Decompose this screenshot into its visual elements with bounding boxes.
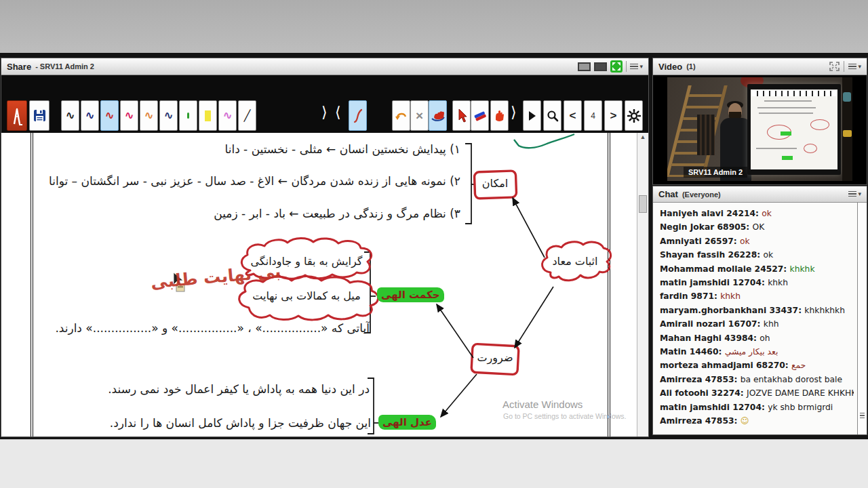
chat-text: بعد بيكار ميشي (725, 348, 778, 357)
video-frame[interactable]: SRV11 Admin 2 (653, 75, 867, 184)
diagram-connectors (437, 198, 553, 417)
chat-text: ☺ (741, 417, 749, 426)
pen-tool-button[interactable]: ∿ (120, 100, 138, 131)
collapse-right-icon[interactable]: ⟨ (335, 104, 341, 121)
pen-tool-button[interactable] (179, 100, 197, 131)
chat-text: khkhkhkh (804, 306, 845, 315)
chat-author: morteza ahmadjami 68270: (660, 361, 791, 370)
expand-icon[interactable]: ⟩ (511, 104, 517, 121)
screen-text-line (764, 100, 812, 102)
chat-author: matin jamshidi 12704: (660, 403, 768, 412)
scroll-up-icon[interactable]: ▲ (639, 134, 647, 142)
header-divider (844, 61, 844, 72)
save-icon (33, 109, 46, 122)
scrollbar-thumb[interactable] (639, 195, 647, 213)
pencil-tool-button[interactable] (7, 100, 27, 131)
desktop-background (0, 0, 868, 53)
share-pod-title: Share (7, 62, 31, 72)
stamp-tool-button[interactable] (429, 100, 447, 131)
whiteboard-scrollbar[interactable]: ▲ (637, 133, 648, 436)
chat-text: khkh (720, 292, 741, 301)
eraser-icon (473, 110, 488, 122)
chat-text: khkh (768, 279, 788, 287)
wb-ayat-line: آیاتی که «................» ، «.........… (55, 321, 370, 335)
activate-windows-subtext: Go to PC settings to activate Windows. (503, 412, 627, 420)
video-pod-title: Video (658, 62, 682, 72)
settings-button[interactable] (625, 100, 643, 131)
chat-message-list[interactable]: Haniyeh alavi 24214: ok Negin Jokar 6890… (653, 203, 856, 434)
share-monitor-icon[interactable] (594, 62, 607, 71)
chat-author: Mahan Haghi 43984: (660, 334, 760, 343)
chat-author: Mohammad mollaie 24527: (660, 265, 790, 274)
pointer-tool-button[interactable] (452, 100, 471, 131)
model-car (843, 130, 852, 137)
undo-button[interactable] (392, 100, 410, 131)
chevron-left-icon: < (570, 109, 576, 123)
raise-hand-button[interactable] (490, 100, 509, 131)
play-icon (529, 111, 536, 121)
pen-tool-button[interactable]: ∿ (81, 100, 99, 131)
zoom-button[interactable] (543, 100, 561, 131)
wb-box-emkan: امکان (476, 177, 514, 190)
pen-tool-button[interactable]: ∿ (159, 100, 178, 131)
pen-color-icon: ╱ (244, 109, 251, 122)
chat-author: Negin Jokar 68905: (660, 223, 753, 232)
next-page-button[interactable]: > (604, 100, 623, 131)
delete-button[interactable]: × (410, 100, 429, 131)
pen-tool-button[interactable]: ╱ (238, 100, 256, 131)
video-fullscreen-icon[interactable] (829, 62, 840, 71)
video-pod-menu[interactable]: ▾ (848, 64, 861, 70)
activate-windows-watermark: Activate Windows (502, 399, 583, 410)
chat-scrollbar[interactable] (857, 203, 867, 434)
scrollbar-grip-icon[interactable] (860, 413, 865, 419)
fullscreen-icon[interactable] (610, 60, 623, 73)
pointer-cursor-icon (456, 108, 468, 123)
whiteboard-canvas[interactable]: ۱) پیدایش نخستین انسان ← مثلی - نخستین -… (1, 133, 648, 436)
video-count: (1) (686, 62, 695, 70)
chat-text: ok (763, 251, 773, 260)
chat-author: fardin 9871: (660, 292, 720, 301)
chat-author: Amirreza 47853: (660, 417, 741, 426)
wb-line-3: ۳) نظام مرگ و زندگی در طبیعت ← باد - ابر… (214, 207, 460, 220)
chat-author: Matin 14460: (660, 348, 725, 357)
chat-text: yk shb brmigrdi (768, 403, 833, 412)
curve-tool-button[interactable] (349, 100, 367, 131)
webcam-video: SRV11 Admin 2 (667, 77, 852, 181)
pen-tool-button[interactable] (199, 100, 217, 131)
wb-cloud-2-text: میل به کمالات بی نهایت (245, 289, 368, 302)
chat-scope: (Everyone) (682, 190, 721, 199)
video-pod-header: Video (1) ▾ (653, 58, 867, 75)
chat-message: matin jamshidi 12704: yk shb brmigrdi (660, 403, 854, 412)
wb-highlight-hekmat: حکمت الهی (377, 287, 444, 302)
presentation-screen (747, 84, 841, 175)
pen-tool-button[interactable]: ∿ (61, 100, 79, 131)
whiteboard-toolbar: ∿∿∿∿∿∿∿╱ ⟩ ⟨ × (1, 75, 648, 133)
caret-down-icon: ▾ (858, 191, 861, 197)
pen-tool-button[interactable]: ∿ (140, 100, 158, 131)
eraser-tool-button[interactable] (471, 100, 489, 131)
chat-pod-header: Chat (Everyone) ▾ (653, 186, 867, 203)
chat-author: maryam.ghorbankhani 33437: (660, 306, 804, 315)
chat-message: Amirreza 47853: ☺ (660, 417, 854, 426)
play-button[interactable] (523, 100, 541, 131)
pen-tool-button[interactable]: ∿ (218, 100, 237, 131)
chat-body: Haniyeh alavi 24214: ok Negin Jokar 6890… (653, 203, 867, 434)
chat-text: khkhk (790, 265, 815, 274)
collapse-left-icon[interactable]: ⟩ (321, 104, 328, 121)
pen-tool-button[interactable]: ∿ (100, 100, 119, 131)
prev-page-button[interactable]: < (564, 100, 582, 131)
undo-icon (395, 110, 408, 121)
share-pod-menu[interactable]: ▾ (630, 64, 643, 70)
chat-message: maryam.ghorbankhani 33437: khkhkhkh (660, 306, 854, 315)
pen-color-icon (205, 110, 211, 121)
pen-color-icon (187, 113, 189, 119)
hand-icon (493, 109, 507, 123)
share-screen-icon[interactable] (578, 62, 591, 71)
red-marker-clouds (239, 239, 611, 320)
page-number-button[interactable]: 4 (584, 100, 602, 131)
chat-pod-menu[interactable]: ▾ (848, 191, 861, 197)
model-scooter (843, 92, 851, 102)
save-button[interactable] (29, 100, 50, 131)
desktop-taskbar-area (0, 439, 868, 488)
wb-cloud-esbat-maad: اثبات معاد (542, 255, 608, 268)
